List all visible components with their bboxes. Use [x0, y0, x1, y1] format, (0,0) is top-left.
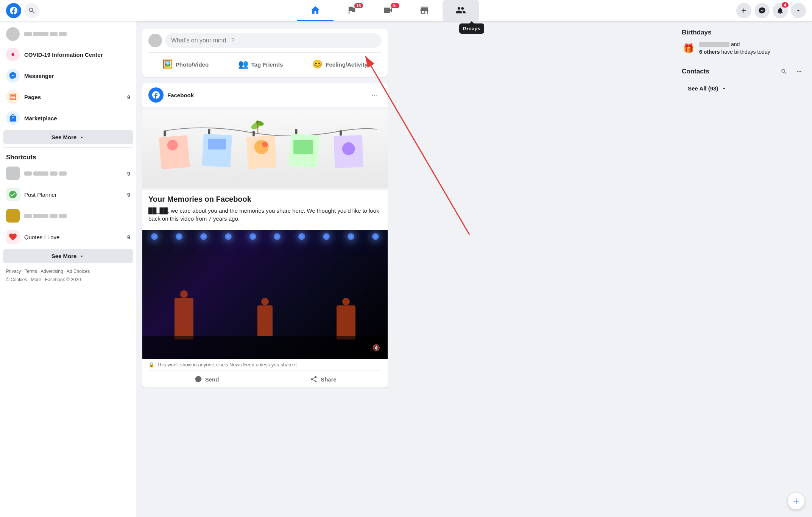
sidebar-item-covid[interactable]: COVID-19 Information Center — [3, 44, 133, 65]
pages-icon — [6, 90, 20, 104]
shortcut-item-postplanner[interactable]: Post Planner 9 — [3, 184, 133, 205]
marketplace-icon — [6, 111, 20, 125]
share-button[interactable]: Share — [265, 372, 382, 386]
blur-block — [50, 171, 58, 176]
stage-figures — [142, 298, 388, 339]
see-more-shortcuts-button[interactable]: See More — [3, 249, 133, 263]
profile-avatar — [6, 27, 20, 41]
light-1 — [151, 233, 158, 240]
nav-home-button[interactable] — [297, 0, 334, 21]
svg-point-6 — [167, 140, 178, 151]
right-sidebar: Birthdays 🎁 and 6 others have birthdays … — [676, 21, 812, 517]
blur-block — [59, 171, 67, 176]
sidebar-item-marketplace[interactable]: Marketplace — [3, 107, 133, 129]
covid-label: COVID-19 Information Center — [24, 51, 130, 58]
facebook-logo[interactable] — [6, 3, 21, 18]
post-feeling-button[interactable]: 😊 Feeling/Activity — [306, 56, 374, 72]
svg-point-2 — [11, 53, 14, 56]
shortcut-item-1[interactable]: 9 — [3, 163, 133, 184]
center-feed: 🖼️ Photo/Video 👥 Tag Friends 😊 Feeling/A… — [136, 21, 394, 517]
light-10 — [372, 233, 379, 240]
svg-rect-9 — [208, 139, 226, 149]
contacts-actions — [777, 65, 806, 78]
account-menu-button[interactable] — [791, 3, 806, 18]
stage-lights — [142, 230, 388, 269]
footer-privacy[interactable]: Privacy — [6, 269, 21, 274]
notifications-button[interactable]: 4 — [773, 3, 788, 18]
nav-groups-button[interactable] — [443, 0, 479, 21]
card-header-title: Facebook — [167, 92, 364, 98]
nav-store-button[interactable] — [406, 0, 443, 21]
covid-icon — [6, 48, 20, 61]
shortcut-avatar-1 — [6, 167, 20, 180]
marketplace-label: Marketplace — [24, 115, 130, 121]
post-tag-button[interactable]: 👥 Tag Friends — [232, 56, 289, 72]
light-8 — [323, 233, 330, 240]
figure-2 — [257, 305, 273, 336]
blur-block — [24, 171, 32, 176]
shortcuts-title: Shortcuts — [3, 151, 133, 163]
lock-icon: 🔒 — [148, 362, 154, 368]
contacts-search-button[interactable] — [777, 65, 791, 78]
light-5 — [249, 233, 256, 240]
card-more-button[interactable]: ··· — [368, 88, 382, 102]
see-more-button[interactable]: See More — [3, 130, 133, 144]
send-button[interactable]: Send — [148, 372, 265, 386]
card-actions: Send Share — [148, 371, 382, 388]
svg-rect-16 — [293, 140, 313, 154]
birthday-suffix: have birthdays today — [721, 49, 770, 55]
footer-terms[interactable]: Terms — [25, 269, 37, 274]
quotes-count: 9 — [127, 234, 130, 240]
share-label: Share — [321, 376, 337, 383]
pages-count: 9 — [127, 94, 130, 100]
see-all-contacts-button[interactable]: See All (93) — [682, 81, 806, 95]
nav-video-button[interactable]: 9+ — [370, 0, 406, 21]
card-video[interactable]: 🔇 — [142, 230, 388, 359]
search-button[interactable] — [24, 3, 39, 18]
post-box: 🖼️ Photo/Video 👥 Tag Friends 😊 Feeling/A… — [142, 29, 388, 77]
sidebar-profile[interactable] — [3, 24, 133, 44]
blur-block — [50, 32, 58, 36]
shortcut-item-quotes[interactable]: Quotes I Love 9 — [3, 226, 133, 248]
card-body-title: Your Memories on Facebook — [148, 195, 382, 204]
sidebar-item-messenger[interactable]: Messenger — [3, 65, 133, 86]
quotes-icon — [6, 230, 20, 244]
nav-right: 4 — [736, 3, 806, 18]
post-avatar — [148, 34, 162, 47]
post-photo-button[interactable]: 🖼️ Photo/Video — [156, 56, 215, 72]
create-button[interactable] — [736, 3, 751, 18]
figure-3 — [337, 305, 355, 339]
groups-tooltip: Groups — [459, 23, 484, 34]
figure-1 — [175, 298, 193, 339]
card-video-inner — [142, 230, 388, 359]
footer-adchoices[interactable]: Ad Choices — [67, 269, 90, 274]
svg-rect-7 — [208, 129, 210, 134]
notification-badge: 4 — [782, 2, 789, 8]
blur-block — [24, 32, 32, 36]
nav-flag-button[interactable]: 15 — [334, 0, 370, 21]
main-layout: COVID-19 Information Center Messenger Pa… — [0, 21, 812, 517]
svg-point-19 — [342, 142, 355, 155]
card-header: Facebook ··· — [142, 83, 388, 107]
footer-advertising[interactable]: Advertising — [41, 269, 63, 274]
photo-icon: 🖼️ — [162, 59, 173, 69]
shortcut-item-3[interactable] — [3, 205, 133, 226]
messenger-icon — [6, 69, 20, 83]
birthday-others: 6 others have birthdays today — [699, 48, 770, 56]
flag-badge: 15 — [354, 3, 363, 8]
light-2 — [176, 233, 182, 240]
light-6 — [274, 233, 281, 240]
fab-button[interactable] — [788, 493, 804, 509]
svg-rect-14 — [295, 129, 298, 134]
tag-icon: 👥 — [238, 59, 248, 69]
post-photo-label: Photo/Video — [176, 61, 209, 68]
contacts-more-button[interactable] — [792, 65, 806, 78]
card-body: Your Memories on Facebook ██_██, we care… — [142, 190, 388, 230]
blur-block — [24, 214, 32, 218]
sidebar-item-pages[interactable]: Pages 9 — [3, 86, 133, 107]
messenger-button[interactable] — [754, 3, 770, 18]
svg-rect-10 — [252, 131, 255, 136]
mute-button[interactable]: 🔇 — [369, 341, 383, 354]
shortcut-name-1 — [24, 171, 123, 176]
post-input[interactable] — [165, 33, 382, 48]
